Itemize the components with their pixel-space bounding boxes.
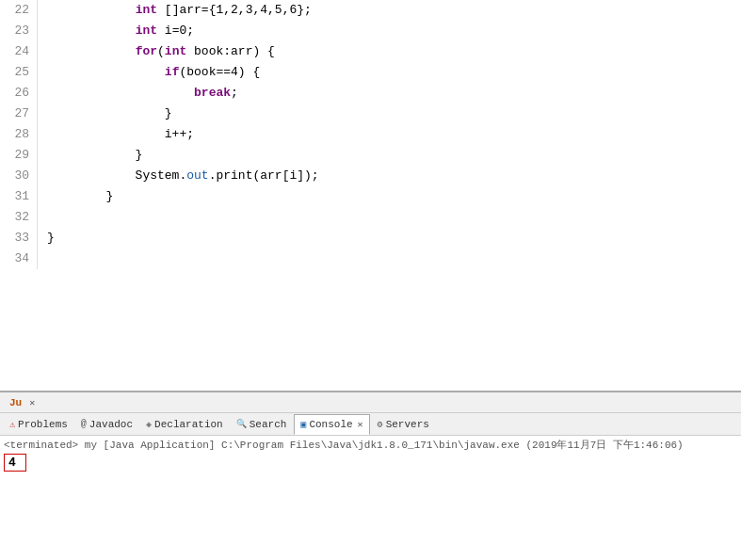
code-line: 22 int []arr={1,2,3,4,5,6};: [0, 0, 741, 21]
line-content: break;: [38, 83, 238, 104]
line-content: for(int book:arr) {: [38, 41, 275, 62]
tab-problems[interactable]: ⚠Problems: [4, 414, 73, 435]
line-number: 32: [0, 207, 38, 228]
line-number: 31: [0, 186, 38, 207]
code-line: 28 i++;: [0, 124, 741, 145]
search-label: Search: [250, 419, 287, 430]
code-line: 26 break;: [0, 83, 741, 104]
line-content: }: [38, 186, 113, 207]
problems-icon: ⚠: [9, 419, 15, 430]
console-content: <terminated> my [Java Application] C:\Pr…: [0, 436, 741, 551]
console-output-box: 4: [4, 454, 26, 472]
line-number: 26: [0, 83, 38, 104]
line-number: 23: [0, 21, 38, 41]
bottom-panel: Ju ✕ ⚠Problems@Javadoc◈Declaration🔍Searc…: [0, 391, 741, 551]
console-icon: ▣: [300, 419, 306, 430]
line-number: 33: [0, 228, 38, 248]
line-number: 29: [0, 145, 38, 166]
junit-icon: Ju: [9, 397, 22, 408]
javadoc-icon: @: [81, 419, 87, 429]
line-number: 22: [0, 0, 38, 21]
code-line: 32: [0, 207, 741, 228]
line-content: if(book==4) {: [38, 62, 260, 83]
code-container: 22 int []arr={1,2,3,4,5,6};23 int i=0;24…: [0, 0, 741, 391]
editor-area: 22 int []arr={1,2,3,4,5,6};23 int i=0;24…: [0, 0, 741, 391]
junit-tab[interactable]: Ju ✕: [4, 395, 40, 410]
line-number: 24: [0, 41, 38, 62]
line-content: i++;: [38, 124, 194, 145]
tab-console[interactable]: ▣Console✕: [294, 414, 369, 435]
code-line: 24 for(int book:arr) {: [0, 41, 741, 62]
junit-close-icon[interactable]: ✕: [29, 397, 35, 408]
declaration-label: Declaration: [154, 419, 223, 430]
line-number: 30: [0, 166, 38, 186]
code-line: 33}: [0, 228, 741, 248]
line-number: 34: [0, 248, 38, 269]
line-number: 28: [0, 124, 38, 145]
code-line: 29 }: [0, 145, 741, 166]
line-content: }: [38, 104, 172, 124]
problems-label: Problems: [18, 419, 68, 430]
tab-javadoc[interactable]: @Javadoc: [75, 414, 138, 435]
line-content: }: [38, 145, 142, 166]
tab-declaration[interactable]: ◈Declaration: [140, 414, 229, 435]
tab-servers[interactable]: ⚙Servers: [372, 414, 435, 435]
junit-bar: Ju ✕: [0, 392, 741, 413]
code-line: 25 if(book==4) {: [0, 62, 741, 83]
console-status: <terminated> my [Java Application] C:\Pr…: [4, 438, 737, 452]
line-content: int []arr={1,2,3,4,5,6};: [38, 0, 312, 21]
console-close-icon[interactable]: ✕: [358, 419, 363, 430]
code-line: 31 }: [0, 186, 741, 207]
code-line: 23 int i=0;: [0, 21, 741, 41]
servers-label: Servers: [386, 419, 429, 430]
code-line: 34: [0, 248, 741, 269]
console-output-line: 4: [4, 454, 737, 472]
declaration-icon: ◈: [146, 419, 152, 430]
line-content: System.out.print(arr[i]);: [38, 166, 319, 186]
line-number: 27: [0, 104, 38, 124]
tabs-bar: ⚠Problems@Javadoc◈Declaration🔍Search▣Con…: [0, 413, 741, 436]
line-content: }: [38, 228, 55, 248]
tab-search[interactable]: 🔍Search: [231, 414, 293, 435]
line-number: 25: [0, 62, 38, 83]
code-line: 27 }: [0, 104, 741, 124]
code-line: 30 System.out.print(arr[i]);: [0, 166, 741, 186]
console-label: Console: [309, 419, 352, 430]
line-content: int i=0;: [38, 21, 194, 41]
servers-icon: ⚙: [378, 419, 383, 430]
search-icon: 🔍: [236, 419, 247, 429]
javadoc-label: Javadoc: [89, 419, 133, 430]
